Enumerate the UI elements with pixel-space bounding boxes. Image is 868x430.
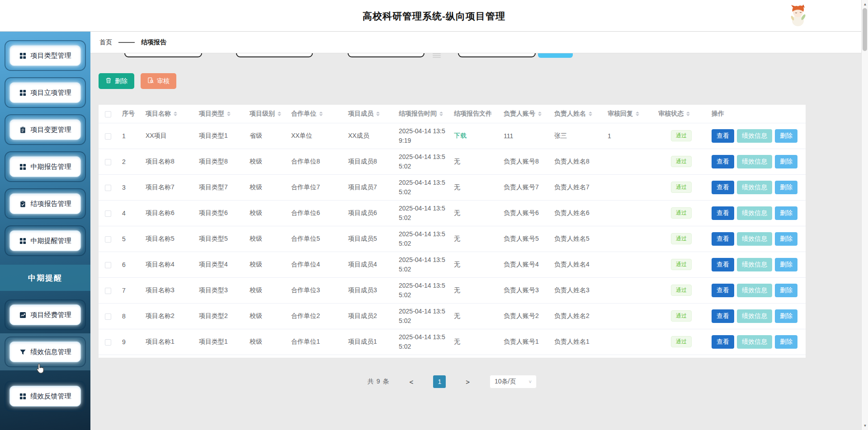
search-button[interactable]	[538, 53, 573, 58]
breadcrumb-home[interactable]: 首页	[99, 38, 112, 47]
row-checkbox[interactable]	[105, 159, 111, 165]
cell-partner-unit: 合作单位4	[287, 252, 344, 277]
status-badge: 通过	[671, 156, 692, 167]
cell-audit-reply	[603, 149, 654, 174]
view-button[interactable]: 查看	[712, 129, 734, 143]
column-header-负责人账号[interactable]: 负责人账号	[499, 105, 550, 123]
row-checkbox[interactable]	[105, 185, 111, 191]
row-delete-button[interactable]: 删除	[775, 155, 797, 168]
sidebar-item-项目经费管理[interactable]: 项目经费管理	[9, 304, 81, 325]
cell-project-members: 项目成员2	[344, 303, 394, 329]
performance-info-button[interactable]: 绩效信息	[737, 181, 772, 194]
sidebar-item-中期提醒管理[interactable]: 中期提醒管理	[9, 230, 81, 251]
pagination-next-button[interactable]: >	[466, 378, 470, 386]
view-button[interactable]: 查看	[712, 309, 734, 323]
row-delete-button[interactable]: 删除	[775, 258, 797, 271]
view-button[interactable]: 查看	[712, 206, 734, 220]
sort-caret-icon[interactable]	[589, 110, 592, 118]
performance-info-button[interactable]: 绩效信息	[737, 155, 772, 168]
performance-info-button[interactable]: 绩效信息	[737, 335, 772, 349]
performance-info-button[interactable]: 绩效信息	[737, 129, 772, 143]
row-checkbox[interactable]	[105, 339, 111, 346]
view-button[interactable]: 查看	[712, 335, 734, 349]
row-checkbox[interactable]	[105, 210, 111, 217]
view-button[interactable]: 查看	[712, 232, 734, 246]
page-size-select[interactable]: 10条/页 ˅	[490, 375, 537, 388]
sort-caret-icon[interactable]	[278, 110, 281, 118]
pagination-prev-button[interactable]: <	[410, 378, 414, 386]
select-all-checkbox[interactable]	[105, 111, 111, 117]
row-delete-button[interactable]: 删除	[775, 232, 797, 246]
column-header-项目类型[interactable]: 项目类型	[194, 105, 245, 123]
performance-info-button[interactable]: 绩效信息	[737, 232, 772, 246]
column-header-label: 项目级别	[250, 110, 275, 118]
sidebar-item-绩效信息管理[interactable]: 绩效信息管理	[9, 341, 81, 362]
sidebar-item-项目变更管理[interactable]: 项目变更管理	[9, 119, 81, 140]
page-scrollbar[interactable]: ▲ ▼	[861, 0, 868, 430]
search-input-1[interactable]	[124, 53, 202, 57]
status-badge: 通过	[671, 336, 692, 347]
sort-caret-icon[interactable]	[686, 110, 690, 118]
sort-caret-icon[interactable]	[174, 110, 177, 118]
sidebar-item-结项报告管理[interactable]: 结项报告管理	[9, 193, 81, 214]
audit-icon	[147, 77, 154, 85]
search-input-2[interactable]	[236, 53, 313, 57]
column-header-项目级别[interactable]: 项目级别	[245, 105, 287, 123]
cell-leader-name: 负责人姓名2	[550, 303, 603, 329]
search-input-4[interactable]	[458, 53, 536, 57]
sort-caret-icon[interactable]	[319, 110, 323, 118]
column-header-项目名称[interactable]: 项目名称	[141, 105, 194, 123]
column-header-项目成员[interactable]: 项目成员	[344, 105, 394, 123]
column-header-负责人姓名[interactable]: 负责人姓名	[550, 105, 603, 123]
row-checkbox[interactable]	[105, 262, 111, 268]
view-button[interactable]: 查看	[712, 155, 734, 168]
view-button[interactable]: 查看	[712, 258, 734, 271]
pagination-page-1[interactable]: 1	[433, 375, 446, 388]
row-delete-button[interactable]: 删除	[775, 284, 797, 297]
sort-caret-icon[interactable]	[439, 110, 443, 118]
column-header-审核回复[interactable]: 审核回复	[603, 105, 654, 123]
view-button[interactable]: 查看	[712, 181, 734, 194]
row-checkbox[interactable]	[105, 288, 111, 294]
performance-info-button[interactable]: 绩效信息	[737, 284, 772, 297]
row-checkbox[interactable]	[105, 133, 111, 140]
scroll-up-icon[interactable]: ▲	[862, 1, 868, 8]
performance-info-button[interactable]: 绩效信息	[737, 258, 772, 271]
row-checkbox[interactable]	[105, 236, 111, 243]
pagination-total: 共 9 条	[368, 378, 390, 386]
cell-project-level: 校级	[245, 303, 287, 329]
sidebar-item-中期报告管理[interactable]: 中期报告管理	[9, 156, 81, 177]
cell-project-name: 项目名称2	[141, 303, 194, 329]
audit-button[interactable]: 审核	[141, 73, 176, 89]
performance-info-button[interactable]: 绩效信息	[737, 206, 772, 220]
delete-button[interactable]: 删除	[99, 73, 134, 89]
row-delete-button[interactable]: 删除	[775, 181, 797, 194]
row-delete-button[interactable]: 删除	[775, 206, 797, 220]
sort-caret-icon[interactable]	[376, 110, 380, 118]
scroll-down-icon[interactable]: ▼	[862, 422, 868, 429]
performance-info-button[interactable]: 绩效信息	[737, 309, 772, 323]
download-link[interactable]: 下载	[454, 132, 467, 139]
sort-caret-icon[interactable]	[636, 110, 639, 118]
sidebar-item-项目立项管理[interactable]: 项目立项管理	[9, 82, 81, 103]
sidebar-item-label: 中期提醒管理	[31, 237, 71, 245]
scrollbar-thumb[interactable]	[863, 8, 867, 51]
sort-caret-icon[interactable]	[227, 110, 231, 118]
sidebar-item-项目类型管理[interactable]: 项目类型管理	[9, 45, 81, 66]
view-button[interactable]: 查看	[712, 284, 734, 297]
sidebar-item-wrap: 中期报告管理	[0, 148, 90, 185]
search-input-3[interactable]	[348, 53, 425, 57]
row-delete-button[interactable]: 删除	[775, 335, 797, 349]
sort-caret-icon[interactable]	[538, 110, 542, 118]
column-header-合作单位[interactable]: 合作单位	[287, 105, 344, 123]
column-header-审核状态[interactable]: 审核状态	[654, 105, 707, 123]
column-header-结项报告时间[interactable]: 结项报告时间	[394, 105, 449, 123]
row-checkbox[interactable]	[105, 313, 111, 320]
no-file-text: 无	[454, 235, 460, 242]
sidebar-item-绩效反馈管理[interactable]: 绩效反馈管理	[9, 386, 81, 407]
row-delete-button[interactable]: 删除	[775, 129, 797, 143]
cell-index: 4	[118, 200, 141, 226]
sidebar-banner-中期提醒[interactable]: 中期提醒	[0, 265, 90, 291]
row-delete-button[interactable]: 删除	[775, 309, 797, 323]
results-table-card: 序号项目名称项目类型项目级别合作单位项目成员结项报告时间结项报告文件负责人账号负…	[99, 105, 806, 358]
